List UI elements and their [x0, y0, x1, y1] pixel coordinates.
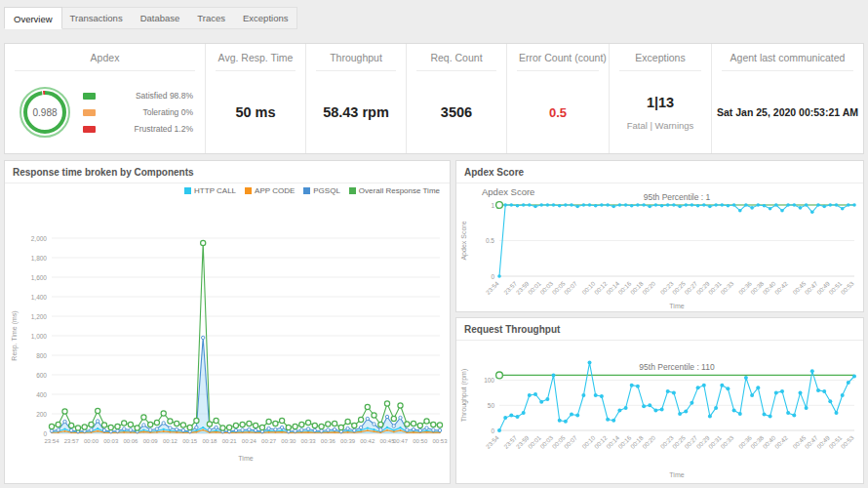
kpi-card-exceptions[interactable]: Exceptions 1|13 Fatal | Warnings — [610, 44, 712, 153]
svg-text:Apdex Score: Apdex Score — [460, 221, 468, 260]
svg-text:1,000: 1,000 — [31, 333, 48, 340]
legend-item-app-code[interactable]: APP CODE — [245, 186, 295, 195]
apdex-score-panel-title: Apdex Score — [456, 161, 863, 183]
svg-text:Time: Time — [669, 471, 684, 478]
response-time-chart-legend: HTTP CALLAPP CODEPGSQLOverall Response T… — [184, 186, 440, 195]
legend-swatch — [245, 187, 252, 194]
svg-text:00:36: 00:36 — [321, 438, 336, 444]
svg-text:1,800: 1,800 — [31, 255, 48, 262]
kpi-card-agent-last-communicated[interactable]: Agent last communicated Sat Jan 25, 2020… — [712, 44, 863, 153]
svg-text:00:53: 00:53 — [840, 433, 855, 449]
kpi-title-agent: Agent last communicated — [722, 44, 853, 70]
svg-text:23:54: 23:54 — [485, 433, 500, 449]
legend-label: APP CODE — [255, 186, 295, 195]
request-throughput-chart[interactable]: 050100Throughput (rpm)23:5423:5723:5900:… — [456, 341, 863, 488]
tab-exceptions[interactable]: Exceptions — [234, 8, 296, 28]
svg-text:Time: Time — [238, 455, 253, 462]
apdex-donut-gauge: 0.988 — [17, 84, 73, 141]
svg-text:100: 100 — [484, 377, 494, 384]
response-time-panel-title: Response time broken by Components — [5, 161, 450, 183]
svg-text:23:54: 23:54 — [44, 438, 59, 444]
svg-text:400: 400 — [36, 391, 47, 398]
kpi-value-exceptions: 1|13 — [647, 95, 674, 110]
kpi-card-avg-resp-time[interactable]: Avg. Resp. Time 50 ms — [206, 44, 306, 153]
svg-text:Apdex Score: Apdex Score — [482, 186, 534, 197]
svg-text:2,000: 2,000 — [31, 235, 48, 242]
svg-text:00:30: 00:30 — [281, 438, 296, 444]
legend-label: PGSQL — [313, 186, 340, 195]
kpi-value-req-count: 3506 — [441, 104, 472, 120]
svg-text:0.5: 0.5 — [486, 237, 494, 244]
request-throughput-panel: Request Throughput 050100Throughput (rpm… — [455, 317, 864, 484]
response-time-chart[interactable]: 02004006008001,0001,2001,4001,6001,8002,… — [5, 183, 450, 486]
svg-text:00:50: 00:50 — [413, 438, 428, 444]
apdex-legend-row: Satisfied 98.8% — [83, 91, 193, 101]
svg-text:00:33: 00:33 — [719, 433, 734, 449]
svg-text:00:20: 00:20 — [641, 433, 656, 449]
svg-text:00:27: 00:27 — [261, 438, 277, 444]
svg-text:00:07: 00:07 — [563, 279, 578, 295]
legend-swatch — [303, 187, 310, 194]
kpi-value-avg-resp-time: 50 ms — [235, 104, 275, 120]
kpi-card-req-count[interactable]: Req. Count 3506 — [407, 44, 507, 153]
svg-text:200: 200 — [36, 411, 47, 418]
apdex-score-panel: Apdex Score 00.51Apdex Score23:5423:5723… — [455, 160, 864, 312]
kpi-title-error-count: Error Count (count) — [517, 44, 599, 70]
kpi-card-error-count[interactable]: Error Count (count) 0.5 — [507, 44, 610, 153]
tab-overview[interactable]: Overview — [4, 7, 62, 29]
legend-item-pgsql[interactable]: PGSQL — [303, 186, 340, 195]
svg-text:00:12: 00:12 — [163, 438, 178, 444]
kpi-value-agent: Sat Jan 25, 2020 00:53:21 AM — [717, 106, 858, 118]
svg-text:00:09: 00:09 — [143, 438, 159, 444]
svg-text:1,200: 1,200 — [31, 313, 48, 320]
apdex-legend-swatch — [83, 93, 96, 100]
kpi-title-throughput: Throughput — [316, 44, 396, 70]
kpi-card-throughput[interactable]: Throughput 58.43 rpm — [306, 44, 407, 153]
legend-label: Overall Response Time — [359, 186, 440, 195]
kpi-title-exceptions: Exceptions — [619, 44, 701, 70]
svg-text:00:18: 00:18 — [202, 438, 217, 444]
response-time-panel: Response time broken by Components HTTP … — [4, 160, 451, 484]
svg-text:00:15: 00:15 — [182, 438, 198, 444]
apdex-legend-swatch — [83, 109, 96, 116]
apdex-score-chart[interactable]: 00.51Apdex Score23:5423:5723:5900:0100:0… — [456, 183, 863, 317]
apdex-legend-row: Tolerating 0% — [83, 107, 193, 117]
apdex-legend-label: Frustrated 1.2% — [103, 124, 193, 134]
kpi-title-apdex: Apdex — [15, 44, 195, 70]
legend-item-overall-response-time[interactable]: Overall Response Time — [349, 186, 440, 195]
svg-text:00:03: 00:03 — [103, 438, 119, 444]
legend-swatch — [349, 187, 356, 194]
svg-text:23:54: 23:54 — [485, 279, 500, 295]
svg-text:Resp. Time (ms): Resp. Time (ms) — [11, 310, 19, 360]
svg-text:00:06: 00:06 — [123, 438, 138, 444]
apdex-legend-label: Tolerating 0% — [103, 107, 193, 117]
svg-text:23:57: 23:57 — [64, 438, 80, 444]
svg-text:1,600: 1,600 — [31, 274, 48, 281]
svg-text:0: 0 — [43, 430, 47, 437]
svg-text:00:21: 00:21 — [222, 438, 238, 444]
svg-text:00:42: 00:42 — [360, 438, 375, 444]
svg-text:50: 50 — [488, 402, 495, 409]
legend-item-http-call[interactable]: HTTP CALL — [184, 186, 236, 195]
kpi-title-req-count: Req. Count — [416, 44, 496, 70]
kpi-card-apdex[interactable]: Apdex 0.988 Satisfied 98.8%Tolerating 0%… — [5, 44, 206, 153]
svg-text:00:42: 00:42 — [773, 279, 789, 295]
kpi-value-error-count: 0.5 — [549, 105, 567, 120]
svg-text:00:07: 00:07 — [563, 433, 578, 449]
tab-transactions[interactable]: Transactions — [61, 8, 132, 28]
tab-traces[interactable]: Traces — [188, 8, 234, 28]
svg-text:Throughput (rpm): Throughput (rpm) — [460, 369, 468, 422]
svg-text:0: 0 — [491, 273, 494, 280]
svg-text:95th Percentile : 1: 95th Percentile : 1 — [644, 192, 711, 202]
kpi-value-throughput: 58.43 rpm — [323, 104, 389, 120]
legend-label: HTTP CALL — [194, 186, 236, 195]
tab-database[interactable]: Database — [132, 8, 189, 28]
svg-text:1,400: 1,400 — [31, 294, 48, 301]
legend-swatch — [184, 187, 191, 194]
svg-text:00:24: 00:24 — [242, 438, 257, 444]
apdex-legend-label: Satisfied 98.8% — [103, 91, 193, 101]
kpi-sub-exceptions: Fatal | Warnings — [627, 120, 694, 131]
svg-text:00:20: 00:20 — [641, 279, 656, 295]
svg-text:00:47: 00:47 — [393, 438, 409, 444]
apdex-legend-row: Frustrated 1.2% — [83, 124, 193, 134]
